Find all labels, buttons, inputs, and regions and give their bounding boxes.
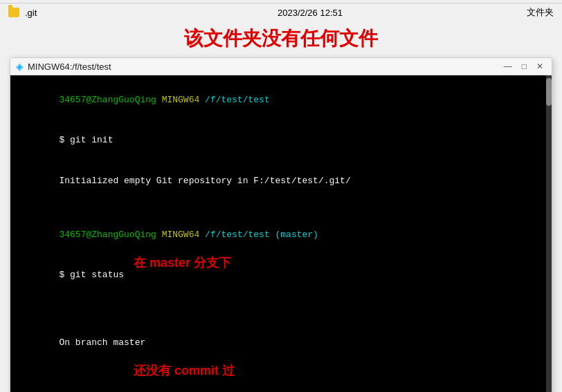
dollar-1: $ [59, 135, 70, 145]
scrollbar[interactable] [546, 75, 552, 392]
terminal-icon: ◈ [16, 61, 24, 72]
output-1: Initialized empty Git repository in F:/t… [59, 176, 350, 186]
terminal-title: MINGW64:/f/test/test [28, 62, 497, 72]
terminal-line-6: $ git status 在 master 分支下 [16, 255, 546, 323]
dollar-2: $ [59, 270, 70, 280]
file-type: 文件夹 [512, 6, 554, 19]
prompt-platform-1: MINGW64 [156, 95, 205, 105]
file-row[interactable]: .git 2023/2/26 12:51 文件夹 [0, 3, 562, 21]
terminal-line-2: $ git init [16, 120, 546, 161]
terminal-window: ◈ MINGW64:/f/test/test — □ ✕ 34657@Zhang… [10, 57, 552, 392]
annotation-commit: 还没有 commit 过 [134, 362, 235, 380]
prompt-platform-2: MINGW64 [156, 230, 205, 240]
prompt-user-2: 34657@ZhangGuoQing [59, 230, 156, 240]
terminal-line-7: On branch master [16, 322, 546, 363]
prompt-path-1: /f/test/test [205, 95, 270, 105]
page-heading: 该文件夹没有任何文件 [0, 21, 562, 57]
terminal-line-3: Initialized empty Git repository in F:/t… [16, 160, 546, 201]
annotation-master: 在 master 分支下 [134, 254, 231, 272]
file-date: 2023/2/26 12:51 [114, 8, 507, 18]
minimize-button[interactable]: — [501, 62, 515, 71]
prompt-user-1: 34657@ZhangGuoQing [59, 95, 156, 105]
terminal-body[interactable]: 34657@ZhangGuoQing MINGW64 /f/test/test … [10, 75, 552, 392]
maximize-button[interactable]: □ [519, 62, 529, 71]
prompt-path-2: /f/test/test (master) [205, 230, 318, 240]
output-2: On branch master [59, 337, 145, 348]
cmd-2: git status [70, 270, 124, 280]
terminal-body-wrap: 34657@ZhangGuoQing MINGW64 /f/test/test … [10, 75, 552, 392]
terminal-line-1: 34657@ZhangGuoQing MINGW64 /f/test/test [16, 80, 546, 120]
close-button[interactable]: ✕ [534, 62, 546, 71]
terminal-blank-1 [16, 201, 546, 215]
cmd-1: git init [70, 135, 113, 145]
scrollbar-thumb[interactable] [546, 78, 552, 106]
terminal-line-5: 34657@ZhangGuoQing MINGW64 /f/test/test … [16, 214, 546, 255]
folder-icon [8, 8, 19, 17]
terminal-titlebar: ◈ MINGW64:/f/test/test — □ ✕ [10, 58, 552, 75]
terminal-blank-2: 还没有 commit 过 [16, 363, 546, 393]
file-name: .git [25, 8, 108, 18]
